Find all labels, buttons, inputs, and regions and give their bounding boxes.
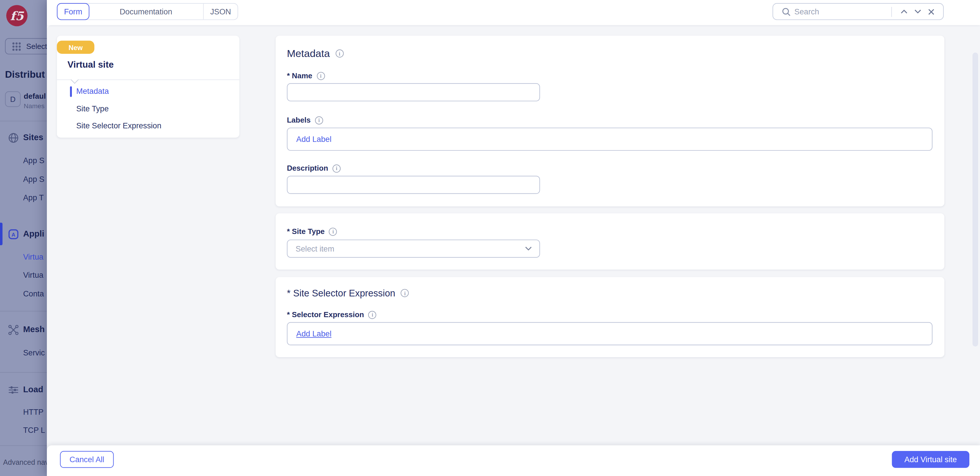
avatar-letter: D — [10, 95, 16, 103]
info-icon[interactable]: i — [329, 227, 337, 235]
name-label-text: * Name — [287, 71, 312, 80]
site-selector-section-card: * Site Selector Expression i * Selector … — [276, 277, 944, 357]
sidebar-section-load-balancers[interactable]: Load — [23, 385, 43, 394]
info-icon[interactable]: i — [317, 72, 325, 80]
step-site-selector-expression[interactable]: Site Selector Expression — [76, 121, 161, 130]
virtual-site-form-panel: New Virtual site Metadata Site Type Site… — [47, 0, 980, 476]
name-input[interactable] — [287, 83, 540, 101]
tab-json[interactable]: JSON — [204, 4, 237, 19]
tab-form[interactable]: Form — [57, 3, 89, 20]
metadata-title-text: Metadata — [287, 48, 330, 59]
step-metadata[interactable]: Metadata — [76, 87, 109, 96]
search-box — [772, 3, 944, 20]
sidebar-item-virtual-sites[interactable]: Virtua — [23, 253, 43, 261]
namespace-avatar: D — [5, 91, 21, 107]
site-type-select[interactable]: Select item — [287, 240, 540, 257]
wizard-nav-card: New Virtual site Metadata Site Type Site… — [57, 36, 239, 137]
load-balancer-icon — [8, 385, 19, 395]
cancel-all-button[interactable]: Cancel All — [60, 451, 114, 468]
add-label-link[interactable]: Add Label — [296, 329, 331, 338]
info-icon[interactable]: i — [332, 165, 340, 173]
description-field-label: Description i — [287, 164, 340, 173]
site-type-field-label: * Site Type i — [287, 227, 337, 236]
labels-field-label: Labels i — [287, 116, 323, 124]
active-section-indicator — [0, 223, 2, 245]
add-virtual-site-button[interactable]: Add Virtual site — [892, 451, 969, 468]
site-type-placeholder: Select item — [296, 244, 334, 253]
name-field-label: * Name i — [287, 71, 325, 80]
grid-icon — [12, 42, 21, 51]
sidebar-item-virtual-2[interactable]: Virtua — [23, 271, 43, 280]
sidebar-item-app-s-1[interactable]: App S — [23, 156, 44, 165]
selector-expression-box: Add Label — [287, 322, 932, 345]
selector-expression-label-text: * Selector Expression — [287, 310, 364, 319]
search-icon — [780, 5, 793, 18]
site-selector-section-title: * Site Selector Expression i — [287, 288, 409, 299]
globe-icon — [8, 133, 19, 143]
collapse-caret-icon[interactable] — [71, 76, 79, 84]
view-tab-group: Form Documentation JSON — [57, 3, 238, 20]
info-icon[interactable]: i — [315, 116, 323, 124]
close-icon[interactable] — [924, 5, 938, 18]
applications-icon: A — [8, 229, 19, 240]
metadata-section-card: Metadata i * Name i Labels i Add Label D… — [276, 36, 944, 206]
site-selector-title-text: * Site Selector Expression — [287, 288, 395, 299]
wizard-divider — [57, 80, 239, 80]
new-badge: New — [57, 41, 94, 54]
sidebar-item-http-lb[interactable]: HTTP — [23, 408, 43, 417]
sidebar-section-sites[interactable]: Sites — [23, 133, 43, 142]
chevron-down-icon — [525, 246, 532, 251]
sidebar-section-applications[interactable]: Appli — [23, 229, 44, 238]
info-icon[interactable]: i — [401, 289, 409, 297]
selector-expression-field-label: * Selector Expression i — [287, 310, 377, 319]
tab-documentation[interactable]: Documentation — [89, 4, 204, 19]
form-footer-bar: Cancel All Add Virtual site — [47, 445, 980, 476]
product-title: Distribut — [5, 69, 45, 80]
sidebar-item-app-t[interactable]: App T — [23, 193, 44, 202]
namespace-name: defaul — [24, 92, 46, 101]
info-icon[interactable]: i — [336, 50, 344, 58]
active-step-indicator — [70, 86, 72, 97]
sidebar-section-mesh[interactable]: Mesh — [23, 324, 45, 334]
sidebar-item-containers[interactable]: Conta — [23, 289, 44, 298]
select-label: Select — [26, 42, 47, 51]
sidebar-item-app-s-2[interactable]: App S — [23, 175, 44, 184]
add-label-link[interactable]: Add Label — [296, 135, 331, 143]
description-input[interactable] — [287, 176, 540, 194]
mesh-icon — [8, 324, 19, 335]
description-label-text: Description — [287, 164, 328, 173]
form-header-bar: Form Documentation JSON — [47, 0, 980, 25]
site-type-section-card: * Site Type i Select item — [276, 213, 944, 270]
app-root: f5 Select Distribut D defaul Names Sites… — [0, 0, 980, 476]
vertical-scrollbar[interactable] — [972, 53, 978, 347]
form-content-area: New Virtual site Metadata Site Type Site… — [47, 25, 980, 476]
f5-logo-text: f5 — [10, 9, 24, 22]
metadata-section-title: Metadata i — [287, 48, 344, 59]
f5-logo: f5 — [6, 5, 28, 26]
sidebar-item-service[interactable]: Servic — [23, 348, 45, 357]
wizard-title: Virtual site — [68, 59, 114, 69]
step-site-type[interactable]: Site Type — [76, 104, 109, 113]
chevron-up-icon[interactable] — [897, 5, 911, 18]
advanced-nav-note[interactable]: Advanced nav — [3, 458, 49, 466]
info-icon[interactable]: i — [368, 310, 376, 319]
sidebar-item-tcp-lb[interactable]: TCP L — [23, 426, 45, 434]
labels-label-text: Labels — [287, 116, 311, 124]
namespace-sublabel: Names — [24, 102, 45, 109]
site-type-label-text: * Site Type — [287, 227, 325, 236]
search-divider — [891, 6, 892, 17]
chevron-down-icon[interactable] — [911, 5, 924, 18]
labels-box: Add Label — [287, 128, 932, 150]
search-input[interactable] — [793, 6, 889, 17]
svg-text:A: A — [11, 232, 15, 238]
